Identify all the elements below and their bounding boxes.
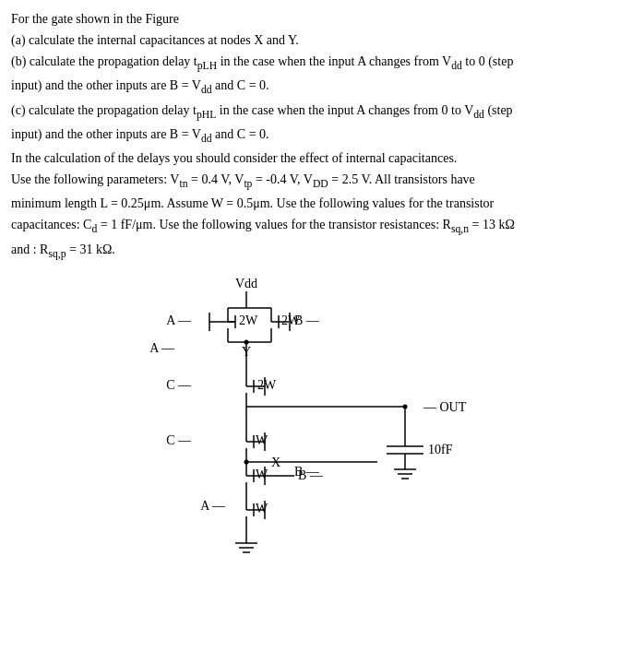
- problem-text: For the gate shown in the Figure (a) cal…: [11, 9, 633, 262]
- circuit-area: .circuit-line { stroke: #000; stroke-wid…: [91, 271, 553, 621]
- a-pmos-2w: 2W: [239, 314, 258, 327]
- 10ff-label: 10fF: [428, 443, 453, 456]
- c-nmos-letter: C ―: [166, 433, 192, 447]
- a-pmos-label: A ―: [149, 341, 175, 355]
- c-pmos-2w: 2W: [257, 378, 277, 392]
- a-pmos-letter: A ―: [166, 314, 192, 327]
- b-pmos-letter: B ―: [294, 314, 320, 327]
- a-nmos-w: W: [256, 502, 268, 515]
- out-label: ― OUT: [423, 400, 467, 414]
- line9: minimum length L = 0.25μm. Assume W = 0.…: [11, 194, 633, 213]
- b-nmos-w: W: [256, 468, 268, 481]
- line8: Use the following parameters: Vtn = 0.4 …: [11, 170, 633, 192]
- line11: and : Rsq,p = 31 kΩ.: [11, 240, 633, 262]
- line3: (b) calculate the propagation delay tpLH…: [11, 52, 633, 74]
- line6: input) and the other inputs are B = Vdd …: [11, 124, 633, 147]
- c-pmos-letter: C ―: [166, 378, 192, 392]
- b-nmos-letter2: B ―: [298, 468, 324, 482]
- line1: For the gate shown in the Figure: [11, 9, 633, 29]
- line5: (c) calculate the propagation delay tpHL…: [11, 101, 633, 123]
- line10: capacitances: Cd = 1 fF/μm. Use the foll…: [11, 215, 633, 237]
- line2: (a) calculate the internal capacitances …: [11, 30, 633, 50]
- line4: input) and the other inputs are B = Vdd …: [11, 76, 633, 98]
- c-nmos-w: W: [256, 433, 268, 447]
- vdd-label: Vdd: [235, 277, 257, 290]
- a-nmos-letter: A ―: [200, 499, 226, 513]
- line7: In the calculation of the delays you sho…: [11, 148, 633, 168]
